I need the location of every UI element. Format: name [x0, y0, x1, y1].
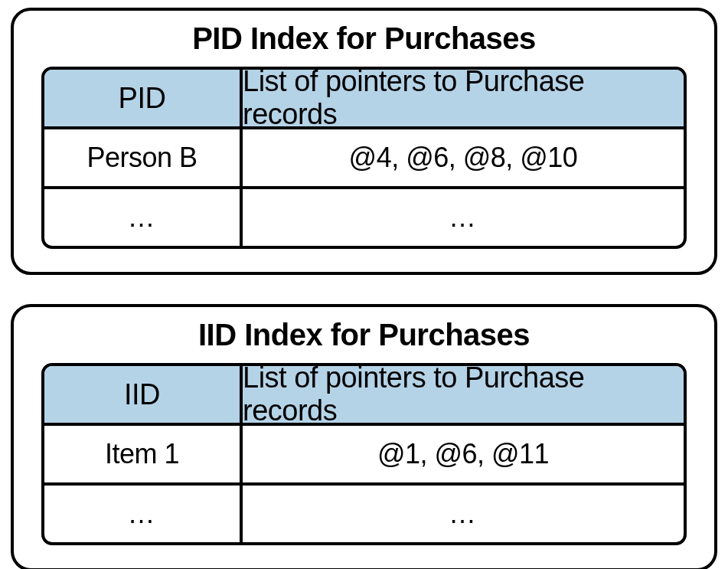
iid-row0-value: @1, @6, @11: [243, 426, 684, 482]
pid-header-value: List of pointers to Purchase records: [243, 70, 684, 126]
iid-row1-key: …: [44, 486, 243, 542]
iid-index-row: Item 1 @1, @6, @11: [44, 423, 684, 482]
iid-index-header-row: IID List of pointers to Purchase records: [44, 366, 684, 423]
iid-index-table: IID List of pointers to Purchase records…: [41, 363, 687, 545]
pid-header-key: PID: [44, 70, 243, 126]
pid-index-row: Person B @4, @6, @8, @10: [44, 126, 684, 186]
iid-row0-key: Item 1: [44, 426, 243, 482]
pid-row0-key: Person B: [44, 129, 243, 186]
iid-row1-value: …: [243, 486, 684, 542]
pid-row1-key: …: [44, 189, 243, 246]
pid-index-header-row: PID List of pointers to Purchase records: [44, 70, 684, 126]
iid-index-panel: IID Index for Purchases IID List of poin…: [11, 304, 717, 569]
pid-index-table: PID List of pointers to Purchase records…: [41, 67, 687, 249]
pid-index-row-ellipsis: … …: [44, 186, 684, 246]
pid-row1-value: …: [243, 189, 684, 246]
pid-row0-value: @4, @6, @8, @10: [243, 129, 684, 186]
iid-header-value: List of pointers to Purchase records: [243, 366, 684, 423]
pid-index-panel: PID Index for Purchases PID List of poin…: [11, 8, 717, 275]
iid-index-title: IID Index for Purchases: [41, 318, 687, 352]
pid-index-title: PID Index for Purchases: [41, 21, 687, 56]
iid-header-key: IID: [44, 366, 243, 423]
iid-index-row-ellipsis: … …: [44, 482, 684, 542]
